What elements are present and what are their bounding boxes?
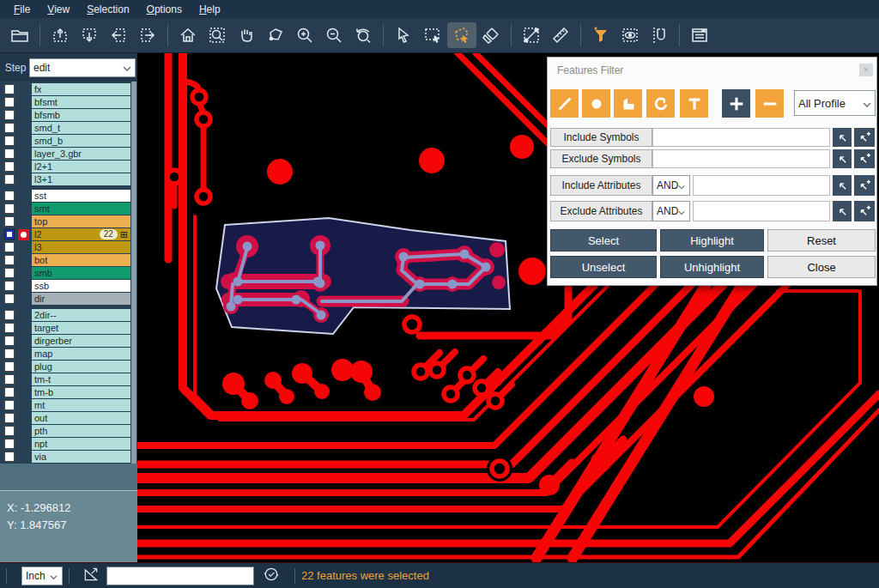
layer-row-2dir--[interactable]: 2dir-- bbox=[0, 309, 137, 321]
layer-checkbox[interactable] bbox=[4, 387, 15, 397]
layer-chip[interactable]: l2+1 bbox=[32, 161, 130, 173]
menu-file[interactable]: File bbox=[5, 2, 39, 17]
features-filter-icon[interactable] bbox=[586, 22, 615, 48]
layer-checkbox[interactable] bbox=[4, 110, 15, 120]
layer-chip[interactable]: plug bbox=[32, 361, 130, 373]
layer-chip[interactable]: l222⊞ bbox=[32, 228, 130, 240]
ruler-icon[interactable] bbox=[546, 22, 575, 48]
menu-options[interactable]: Options bbox=[138, 2, 191, 17]
layer-chip[interactable]: target bbox=[32, 322, 130, 334]
filter-arc-icon[interactable] bbox=[646, 89, 675, 118]
grid-icon[interactable]: ⊞ bbox=[120, 228, 128, 240]
pick-attributes-icon[interactable] bbox=[833, 175, 852, 196]
layer-row-l3+1[interactable]: l3+1 bbox=[0, 173, 137, 185]
layer-row-smd_t[interactable]: smd_t bbox=[0, 122, 137, 134]
layer-row-target[interactable]: target bbox=[0, 322, 137, 334]
layer-chip[interactable]: sst bbox=[32, 190, 130, 202]
import-left-icon[interactable] bbox=[104, 22, 133, 48]
menu-view[interactable]: View bbox=[39, 2, 78, 17]
layer-chip[interactable]: smd_t bbox=[32, 122, 130, 134]
exclude-symbols-input[interactable] bbox=[652, 149, 830, 168]
exclude-attributes-input[interactable] bbox=[693, 201, 830, 221]
layer-chip[interactable]: out bbox=[32, 412, 130, 424]
menu-help[interactable]: Help bbox=[191, 2, 229, 17]
layer-checkbox[interactable] bbox=[4, 349, 15, 359]
layer-checkbox[interactable] bbox=[4, 136, 15, 146]
layer-chip[interactable]: tm-t bbox=[32, 373, 130, 385]
layer-row-tm-b[interactable]: tm-b bbox=[0, 386, 137, 398]
pick-attributes-icon[interactable] bbox=[833, 201, 852, 221]
pick-add-attributes-icon[interactable] bbox=[854, 201, 875, 221]
pick-symbols-icon[interactable] bbox=[833, 149, 852, 168]
include-symbols-input[interactable] bbox=[652, 128, 830, 147]
layer-chip[interactable]: top bbox=[32, 215, 130, 227]
layer-checkbox[interactable] bbox=[4, 203, 15, 214]
unselect-button[interactable]: Unselect bbox=[550, 256, 657, 278]
layer-chip[interactable]: bot bbox=[32, 254, 130, 266]
zoom-previous-icon[interactable] bbox=[349, 22, 378, 48]
layer-row-top[interactable]: top bbox=[0, 215, 137, 227]
layer-chip[interactable]: fx bbox=[32, 83, 130, 95]
import-down-icon[interactable] bbox=[75, 22, 104, 48]
layer-chip[interactable]: npt bbox=[32, 438, 130, 450]
filter-pad-icon[interactable] bbox=[582, 89, 610, 118]
exclude-attributes-button[interactable]: Exclude Attributes bbox=[550, 201, 652, 221]
layer-row-bfsmt[interactable]: bfsmt bbox=[0, 96, 137, 108]
remove-profile-button[interactable] bbox=[755, 89, 784, 118]
step-select[interactable]: edit bbox=[29, 58, 136, 77]
zoom-out-icon[interactable] bbox=[319, 22, 349, 48]
layer-checkbox[interactable] bbox=[4, 216, 15, 227]
home-view-icon[interactable] bbox=[173, 22, 203, 48]
layer-row-bfsmb[interactable]: bfsmb bbox=[0, 109, 137, 121]
layer-checkbox[interactable] bbox=[4, 439, 15, 449]
view-options-icon[interactable] bbox=[615, 22, 645, 48]
pick-symbols-icon[interactable] bbox=[833, 128, 852, 147]
rectangle-select-icon[interactable] bbox=[418, 22, 447, 48]
layer-row-fx[interactable]: fx bbox=[0, 83, 137, 95]
layer-chip[interactable]: l3+1 bbox=[32, 173, 130, 185]
pick-add-attributes-icon[interactable] bbox=[854, 175, 875, 196]
filter-line-icon[interactable] bbox=[550, 89, 579, 118]
polygon-select-icon[interactable] bbox=[447, 22, 476, 48]
layer-checkbox[interactable] bbox=[4, 400, 15, 410]
unit-select[interactable]: Inch bbox=[21, 567, 63, 585]
add-profile-button[interactable] bbox=[722, 89, 750, 118]
layer-checkbox[interactable] bbox=[4, 281, 15, 291]
clear-highlight-icon[interactable] bbox=[476, 22, 506, 48]
layer-checkbox[interactable] bbox=[4, 191, 15, 201]
layer-row-pth[interactable]: pth bbox=[0, 425, 137, 437]
layer-row-plug[interactable]: plug bbox=[0, 361, 137, 373]
close-icon[interactable]: × bbox=[859, 64, 873, 76]
layer-checkbox[interactable] bbox=[4, 323, 15, 333]
layer-row-dir[interactable]: dir bbox=[0, 293, 137, 305]
select-button[interactable]: Select bbox=[550, 229, 657, 252]
open-file-button[interactable] bbox=[5, 22, 34, 48]
layer-chip[interactable]: map bbox=[32, 348, 130, 360]
layer-row-ssb[interactable]: ssb bbox=[0, 280, 137, 292]
select-cursor-icon[interactable] bbox=[389, 22, 418, 48]
pick-add-symbols-icon[interactable] bbox=[854, 128, 875, 147]
highlight-button[interactable]: Highlight bbox=[660, 229, 764, 252]
layer-row-sst[interactable]: sst bbox=[0, 190, 137, 202]
layer-checkbox[interactable] bbox=[4, 452, 15, 462]
layer-chip[interactable]: via bbox=[32, 451, 130, 463]
filter-text-icon[interactable] bbox=[680, 89, 708, 118]
zoom-window-icon[interactable] bbox=[203, 22, 232, 48]
profile-select[interactable]: All Profile bbox=[794, 90, 876, 116]
zoom-polygon-icon[interactable] bbox=[261, 22, 290, 48]
layer-row-l2[interactable]: l222⊞ bbox=[0, 228, 137, 240]
layer-row-smb[interactable]: smb bbox=[0, 267, 137, 279]
close-button[interactable]: Close bbox=[767, 256, 876, 278]
layer-chip[interactable]: tm-b bbox=[32, 386, 130, 398]
layer-checkbox[interactable] bbox=[4, 149, 15, 159]
layer-row-dirgerber[interactable]: dirgerber bbox=[0, 335, 137, 347]
layer-row-mt[interactable]: mt bbox=[0, 399, 137, 411]
layer-checkbox[interactable] bbox=[4, 374, 15, 385]
layer-checkbox[interactable] bbox=[4, 426, 15, 436]
layer-chip[interactable]: smt bbox=[32, 203, 130, 215]
menu-selection[interactable]: Selection bbox=[78, 2, 137, 17]
layer-chip[interactable]: mt bbox=[32, 399, 130, 411]
layer-row-npt[interactable]: npt bbox=[0, 438, 137, 450]
unhighlight-button[interactable]: Unhighlight bbox=[660, 256, 764, 278]
layer-row-smt[interactable]: smt bbox=[0, 203, 137, 215]
